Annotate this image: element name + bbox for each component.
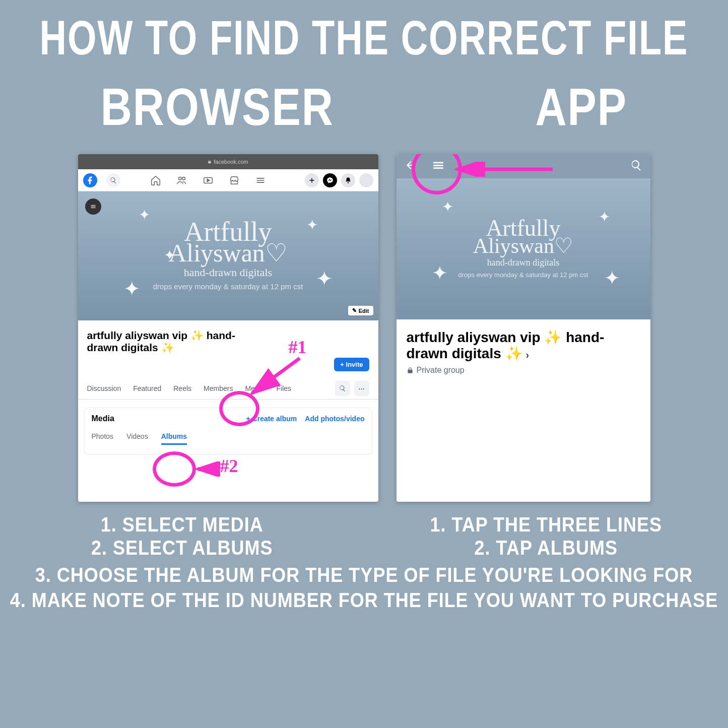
cover-subtitle: hand-drawn digitals	[184, 266, 272, 279]
messenger-icon[interactable]	[323, 173, 337, 187]
step-4: 4. MAKE NOTE OF THE ID NUMBER FOR THE FI…	[0, 588, 728, 612]
main-title: HOW TO FIND THE CORRECT FILE	[0, 0, 728, 65]
friends-icon[interactable]	[176, 174, 188, 186]
annotation-2-arrow	[195, 461, 220, 477]
tab-featured[interactable]: Featured	[133, 384, 161, 392]
group-header-row: artfully aliyswan vip ✨ hand-drawn digit…	[78, 320, 378, 358]
browser-title: BROWSER	[101, 77, 334, 137]
home-icon[interactable]	[150, 174, 162, 186]
annotation-1-label: #1	[289, 337, 307, 358]
step-3: 3. CHOOSE THE ALBUM FOR THE TYPE OF FILE…	[0, 563, 728, 587]
browser-step-1: 1. SELECT MEDIA	[0, 512, 364, 537]
add-photos-link[interactable]: Add photos/video	[305, 415, 364, 423]
edit-button[interactable]: ✎ Edit	[348, 306, 373, 315]
app-annotation-arrow	[454, 162, 555, 177]
instructions: 1. SELECT MEDIA 2. SELECT ALBUMS 1. TAP …	[0, 512, 728, 611]
url-text: facebook.com	[214, 159, 248, 165]
app-title: APP	[535, 77, 627, 137]
app-cover-sub: hand-drawn digitals	[487, 257, 559, 268]
cover-logo-line2: Aliyswan♡	[168, 243, 288, 263]
annotation-1-circle	[219, 391, 259, 426]
subtab-albums[interactable]: Albums	[161, 432, 187, 445]
panels-row: facebook.com	[0, 154, 728, 502]
app-cover-logo2: Aliyswan♡	[473, 238, 573, 255]
tab-search-icon[interactable]	[335, 381, 350, 396]
subtab-videos[interactable]: Videos	[126, 432, 148, 445]
private-group-label: Private group	[407, 366, 640, 375]
app-group-name[interactable]: artfully aliyswan vip ✨ hand-drawn digit…	[407, 329, 640, 362]
app-search-icon[interactable]	[630, 159, 642, 173]
app-panel: ✦ ✦ ✦ ✦ Artfully Aliyswan♡ hand-drawn di…	[396, 154, 650, 502]
app-step-1: 1. TAP THE THREE LINES	[364, 512, 729, 537]
app-group-info: artfully aliyswan vip ✨ hand-drawn digit…	[396, 319, 650, 375]
cover-schedule: drops every monday & saturday at 12 pm c…	[153, 282, 303, 291]
tab-discussion[interactable]: Discussion	[87, 384, 121, 392]
app-cover-drops: drops every monday & saturday at 12 pm c…	[458, 271, 588, 279]
marketplace-icon[interactable]	[228, 174, 240, 186]
profile-avatar[interactable]	[359, 173, 373, 187]
search-icon[interactable]	[106, 173, 120, 187]
media-section-title: Media	[92, 414, 114, 423]
annotation-2-label: #2	[220, 455, 238, 477]
svg-point-1	[182, 177, 185, 180]
svg-line-3	[252, 358, 300, 393]
fb-topbar	[78, 169, 378, 191]
subtab-photos[interactable]: Photos	[92, 432, 114, 445]
facebook-logo[interactable]	[83, 173, 97, 187]
invite-button[interactable]: + Invite	[334, 358, 369, 371]
browser-url-bar: facebook.com	[78, 154, 378, 169]
fb-topbar-right	[305, 173, 373, 187]
column-titles: BROWSER APP	[0, 82, 728, 132]
fb-nav-icons	[150, 174, 267, 186]
annotation-2-circle	[153, 451, 196, 487]
chevron-right-icon: ›	[526, 349, 530, 360]
annotation-1-arrow	[244, 356, 305, 401]
tab-reels[interactable]: Reels	[173, 384, 191, 392]
plus-icon[interactable]	[305, 173, 319, 187]
browser-step-2: 2. SELECT ALBUMS	[0, 536, 364, 560]
watch-icon[interactable]	[202, 174, 214, 186]
group-cover: ✦ ✦ ✦ ✦ ✦ Artfully Aliyswan♡ hand-drawn …	[78, 191, 378, 320]
notifications-icon[interactable]	[341, 173, 355, 187]
tab-members[interactable]: Members	[204, 384, 233, 392]
menu-icon[interactable]	[254, 174, 267, 186]
tab-more-icon[interactable]: ···	[354, 381, 369, 396]
media-subtabs: Photos Videos Albums	[92, 432, 365, 445]
app-cover: ✦ ✦ ✦ ✦ Artfully Aliyswan♡ hand-drawn di…	[396, 178, 650, 319]
svg-point-0	[178, 177, 181, 180]
group-name: artfully aliyswan vip ✨ hand-drawn digit…	[87, 329, 258, 354]
browser-panel: facebook.com	[78, 154, 378, 502]
app-step-2: 2. TAP ALBUMS	[364, 536, 729, 560]
cover-menu-icon[interactable]	[85, 198, 101, 215]
